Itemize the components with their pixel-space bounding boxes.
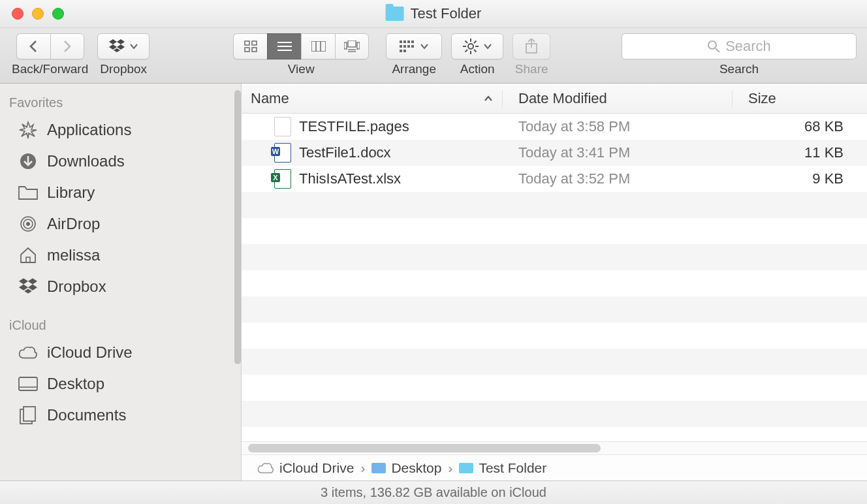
file-date: Today at 3:41 PM — [503, 144, 733, 161]
column-view-button[interactable] — [301, 33, 335, 59]
back-forward-group: Back/Forward — [12, 33, 88, 76]
file-size: 68 KB — [733, 118, 867, 135]
path-bar: iCloud Drive › Desktop › Test Folder — [242, 454, 867, 480]
svg-rect-10 — [344, 42, 347, 49]
window-controls — [12, 8, 64, 20]
sidebar-item-label: melissa — [47, 246, 100, 264]
empty-row — [242, 192, 867, 218]
dropbox-icon — [18, 277, 38, 296]
dropbox-button[interactable] — [97, 33, 150, 59]
svg-rect-20 — [403, 45, 406, 48]
folder-icon — [459, 463, 473, 473]
empty-row — [242, 401, 867, 427]
share-button[interactable] — [512, 33, 550, 59]
svg-rect-21 — [407, 45, 410, 48]
sidebar-item-library[interactable]: Library — [0, 177, 241, 208]
crumb-label: Desktop — [391, 460, 441, 476]
columns-icon — [311, 41, 326, 52]
sidebar-item-icloud-drive[interactable]: iCloud Drive — [0, 337, 241, 368]
share-icon — [525, 39, 538, 54]
sidebar-item-label: Dropbox — [47, 277, 106, 296]
back-button[interactable] — [16, 33, 50, 59]
search-placeholder: Search — [725, 38, 771, 55]
svg-rect-12 — [357, 42, 360, 49]
excel-file-icon — [274, 169, 291, 189]
sidebar-item-dropbox[interactable]: Dropbox — [0, 271, 241, 302]
svg-point-39 — [26, 222, 30, 226]
close-window-button[interactable] — [12, 8, 24, 20]
sidebar-item-label: Library — [47, 183, 95, 202]
airdrop-icon — [18, 214, 38, 234]
sidebar-item-downloads[interactable]: Downloads — [0, 146, 241, 177]
svg-rect-18 — [411, 40, 414, 43]
sidebar-item-label: AirDrop — [47, 215, 100, 233]
chevron-down-icon — [420, 43, 428, 50]
action-label: Action — [460, 62, 495, 76]
sidebar-item-home[interactable]: melissa — [0, 240, 241, 271]
downloads-icon — [18, 151, 38, 171]
sidebar-item-documents[interactable]: Documents — [0, 400, 241, 431]
share-label: Share — [515, 62, 548, 76]
toolbar: Back/Forward Dropbox View — [0, 28, 867, 84]
icon-view-button[interactable] — [233, 33, 267, 59]
file-row[interactable]: TestFile1.docx Today at 3:41 PM 11 KB — [242, 140, 867, 166]
coverflow-icon — [344, 40, 360, 52]
arrange-button[interactable] — [386, 33, 442, 59]
chevron-down-icon — [484, 43, 492, 50]
file-row[interactable]: ThisIsATest.xlsx Today at 3:52 PM 9 KB — [242, 166, 867, 192]
sidebar-item-applications[interactable]: Applications — [0, 114, 241, 146]
view-group: View — [233, 33, 369, 76]
path-crumb-current[interactable]: Test Folder — [459, 460, 546, 476]
sort-ascending-icon — [484, 95, 493, 102]
coverflow-view-button[interactable] — [335, 33, 369, 59]
sidebar-item-desktop[interactable]: Desktop — [0, 368, 241, 400]
svg-rect-15 — [400, 40, 402, 43]
svg-rect-24 — [403, 50, 406, 52]
svg-rect-46 — [24, 407, 35, 421]
cloud-icon — [18, 343, 38, 362]
column-name-label: Name — [251, 90, 289, 107]
file-size: 11 KB — [733, 144, 867, 161]
forward-button[interactable] — [50, 33, 84, 59]
icloud-section-label: iCloud — [0, 314, 241, 337]
svg-rect-11 — [348, 40, 356, 47]
empty-row — [242, 244, 867, 270]
column-header-date[interactable]: Date Modified — [503, 90, 733, 107]
path-crumb-desktop[interactable]: Desktop — [371, 460, 441, 476]
horizontal-scrollbar[interactable] — [242, 441, 867, 454]
file-row[interactable]: TESTFILE.pages Today at 3:58 PM 68 KB — [242, 114, 867, 140]
list-view-button[interactable] — [267, 33, 301, 59]
arrange-icon — [400, 40, 415, 52]
folder-icon — [386, 7, 404, 21]
chevron-down-icon — [130, 43, 138, 50]
crumb-label: Test Folder — [479, 460, 546, 476]
sidebar-scrollbar[interactable] — [234, 90, 241, 364]
sidebar-item-airdrop[interactable]: AirDrop — [0, 208, 241, 240]
zoom-window-button[interactable] — [52, 8, 64, 20]
file-date: Today at 3:52 PM — [503, 170, 733, 187]
column-size-label: Size — [748, 90, 776, 106]
svg-point-25 — [468, 44, 473, 49]
column-header-name[interactable]: Name — [242, 90, 503, 107]
scrollbar-thumb[interactable] — [248, 444, 601, 452]
search-icon — [707, 40, 720, 53]
file-rows: TESTFILE.pages Today at 3:58 PM 68 KB Te… — [242, 114, 867, 441]
crumb-label: iCloud Drive — [279, 460, 354, 476]
column-date-label: Date Modified — [518, 90, 607, 106]
sidebar-item-label: Desktop — [47, 375, 104, 393]
file-name: TestFile1.docx — [299, 144, 391, 161]
documents-icon — [18, 405, 38, 425]
arrange-label: Arrange — [392, 62, 436, 76]
search-field[interactable]: Search — [622, 33, 857, 59]
back-forward-label: Back/Forward — [12, 62, 88, 76]
titlebar: Test Folder — [0, 0, 867, 28]
file-list-pane: Name Date Modified Size TESTFILE.pages T… — [242, 84, 867, 480]
path-crumb-icloud[interactable]: iCloud Drive — [257, 460, 354, 476]
search-label: Search — [719, 62, 759, 76]
status-text: 3 items, 136.82 GB available on iCloud — [321, 485, 546, 500]
minimize-window-button[interactable] — [32, 8, 44, 20]
column-header-size[interactable]: Size — [733, 90, 867, 107]
svg-line-31 — [474, 50, 477, 52]
action-button[interactable] — [451, 33, 503, 59]
arrange-group: Arrange — [386, 33, 442, 76]
